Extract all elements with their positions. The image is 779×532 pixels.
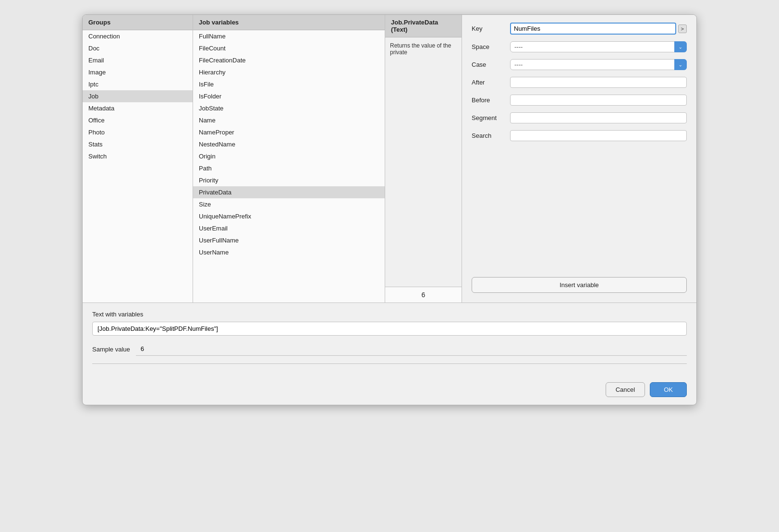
cancel-button[interactable]: Cancel <box>606 382 645 397</box>
groups-panel: Groups ConnectionDocEmailImageIptcJobMet… <box>83 15 193 302</box>
jobvars-list-item[interactable]: UserName <box>193 246 385 258</box>
groups-list-item[interactable]: Job <box>83 90 193 102</box>
bottom-area: Text with variables Sample value <box>83 303 696 376</box>
jobvars-list: FullNameFileCountFileCreationDateHierarc… <box>193 30 385 302</box>
desc-text: Returns the value of the private <box>385 37 462 287</box>
search-input[interactable] <box>510 130 687 141</box>
key-row: Key > <box>472 23 687 35</box>
search-label: Search <box>472 132 510 139</box>
space-select[interactable]: ---- Yes No <box>510 41 687 52</box>
groups-list-item[interactable]: Email <box>83 54 193 66</box>
jobvars-list-item[interactable]: FileCreationDate <box>193 54 385 66</box>
key-label: Key <box>472 25 510 32</box>
jobvars-list-item[interactable]: FileCount <box>193 42 385 54</box>
jobvars-list-item[interactable]: JobState <box>193 102 385 114</box>
button-row: Cancel OK <box>83 376 696 405</box>
jobvars-panel: Job variables FullNameFileCountFileCreat… <box>193 15 385 302</box>
jobvars-list-item[interactable]: IsFolder <box>193 90 385 102</box>
jobvars-list-item[interactable]: UserEmail <box>193 222 385 234</box>
groups-list-item[interactable]: Photo <box>83 126 193 138</box>
props-panel: Key > Space ---- Yes No <box>462 15 696 302</box>
jobvars-list-item[interactable]: NameProper <box>193 126 385 138</box>
jobvars-list-item[interactable]: Priority <box>193 174 385 186</box>
case-label: Case <box>472 61 510 68</box>
desc-sample-value: 6 <box>385 287 462 302</box>
text-with-variables-input[interactable] <box>92 322 687 336</box>
right-panel: Job.PrivateData (Text) Returns the value… <box>385 15 696 302</box>
space-label: Space <box>472 43 510 50</box>
jobvars-list-item[interactable]: UserFullName <box>193 234 385 246</box>
sample-label: Sample value <box>92 346 130 353</box>
jobvars-header: Job variables <box>193 15 385 30</box>
after-input[interactable] <box>510 77 687 88</box>
divider <box>92 363 687 364</box>
jobvars-list-item[interactable]: Name <box>193 114 385 126</box>
sample-row: Sample value <box>92 342 687 356</box>
segment-input[interactable] <box>510 112 687 123</box>
props-content: Key > Space ---- Yes No <box>462 15 696 271</box>
key-arrow-button[interactable]: > <box>678 24 687 33</box>
groups-list-item[interactable]: Stats <box>83 138 193 150</box>
jobvars-list-item[interactable]: FullName <box>193 30 385 42</box>
panels-row: Groups ConnectionDocEmailImageIptcJobMet… <box>83 15 696 303</box>
after-label: After <box>472 79 510 86</box>
segment-row: Segment <box>472 112 687 123</box>
after-row: After <box>472 77 687 88</box>
desc-header: Job.PrivateData (Text) <box>385 15 462 37</box>
groups-header: Groups <box>83 15 193 30</box>
jobvars-list-item[interactable]: UniqueNamePrefix <box>193 210 385 222</box>
case-row: Case ---- Upper Lower <box>472 59 687 70</box>
segment-label: Segment <box>472 114 510 121</box>
groups-list-item[interactable]: Iptc <box>83 78 193 90</box>
main-dialog: Groups ConnectionDocEmailImageIptcJobMet… <box>82 14 697 405</box>
insert-variable-button[interactable]: Insert variable <box>472 277 687 293</box>
groups-list-item[interactable]: Doc <box>83 42 193 54</box>
groups-list-item[interactable]: Switch <box>83 150 193 162</box>
space-select-wrapper: ---- Yes No <box>510 41 687 52</box>
groups-list-item[interactable]: Metadata <box>83 102 193 114</box>
groups-list-item[interactable]: Image <box>83 66 193 78</box>
sample-value-input[interactable] <box>136 342 687 356</box>
case-select-wrapper: ---- Upper Lower <box>510 59 687 70</box>
groups-list: ConnectionDocEmailImageIptcJobMetadataOf… <box>83 30 193 302</box>
jobvars-list-item[interactable]: PrivateData <box>193 186 385 198</box>
jobvars-list-item[interactable]: Size <box>193 198 385 210</box>
before-label: Before <box>472 97 510 104</box>
jobvars-list-item[interactable]: NestedName <box>193 138 385 150</box>
jobvars-list-item[interactable]: Origin <box>193 150 385 162</box>
before-input[interactable] <box>510 95 687 106</box>
desc-panel: Job.PrivateData (Text) Returns the value… <box>385 15 462 302</box>
before-row: Before <box>472 95 687 106</box>
search-row: Search <box>472 130 687 141</box>
groups-list-item[interactable]: Connection <box>83 30 193 42</box>
jobvars-list-item[interactable]: IsFile <box>193 78 385 90</box>
ok-button[interactable]: OK <box>650 382 687 397</box>
text-with-variables-label: Text with variables <box>92 311 687 318</box>
jobvars-list-item[interactable]: Hierarchy <box>193 66 385 78</box>
space-row: Space ---- Yes No <box>472 41 687 52</box>
groups-list-item[interactable]: Office <box>83 114 193 126</box>
key-input[interactable] <box>510 23 676 35</box>
jobvars-list-item[interactable]: Path <box>193 162 385 174</box>
case-select[interactable]: ---- Upper Lower <box>510 59 687 70</box>
